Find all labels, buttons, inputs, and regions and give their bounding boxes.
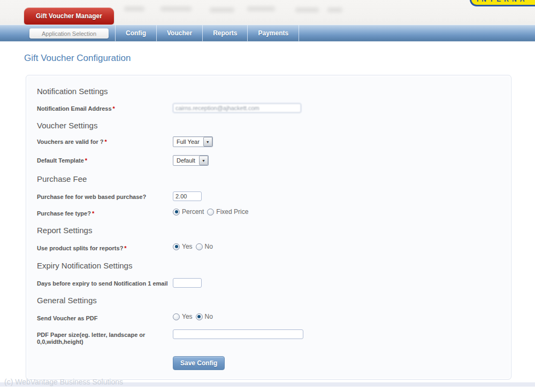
radio-unselected-icon bbox=[207, 209, 214, 216]
notification-email-label: Notification Email Address* bbox=[37, 103, 173, 112]
main-nav-bar: Application Selection Config Voucher Rep… bbox=[0, 25, 535, 42]
faded-watermark bbox=[160, 6, 192, 11]
radio-option-pdf-no-label: No bbox=[205, 313, 213, 320]
app-tab-label: Gift Voucher Manager bbox=[36, 12, 102, 20]
radio-option-splits-yes[interactable]: Yes bbox=[173, 243, 193, 250]
form-row-pdf-paper-size: PDF Paper size(eg. letter, landscape or … bbox=[37, 329, 511, 345]
radio-option-percent[interactable]: Percent bbox=[173, 208, 204, 216]
tab-config-label: Config bbox=[126, 29, 146, 37]
brand-logo-text: INTERNA bbox=[477, 0, 528, 3]
radio-unselected-icon bbox=[173, 313, 180, 320]
radio-option-splits-no-label: No bbox=[205, 243, 213, 250]
radio-option-fixed-price[interactable]: Fixed Price bbox=[207, 208, 248, 216]
required-marker: * bbox=[92, 210, 94, 217]
footer-copyright: (c) WebVantage Business Solutions bbox=[4, 378, 123, 386]
faded-watermark bbox=[295, 7, 319, 12]
dropdown-arrow-icon[interactable]: ▼ bbox=[199, 156, 208, 165]
form-row-purchase-fee-type: Purchase fee type?* Percent Fixed Price bbox=[37, 208, 511, 217]
section-heading-notification-settings: Notification Settings bbox=[37, 87, 511, 96]
form-row-vouchers-valid-for: Vouchers are valid for ?* Full Year ▼ bbox=[37, 136, 511, 147]
notification-email-input[interactable] bbox=[173, 103, 301, 113]
default-template-select[interactable]: Default ▼ bbox=[173, 155, 209, 166]
brand-logo: INTERNA bbox=[470, 0, 535, 6]
radio-option-percent-label: Percent bbox=[182, 208, 204, 216]
radio-unselected-icon bbox=[196, 243, 203, 250]
dropdown-arrow-icon[interactable]: ▼ bbox=[203, 137, 212, 147]
radio-selected-icon bbox=[196, 313, 203, 320]
section-heading-report-settings: Report Settings bbox=[37, 226, 511, 235]
tab-payments-label: Payments bbox=[258, 29, 288, 37]
purchase-fee-input[interactable] bbox=[173, 191, 202, 201]
required-marker: * bbox=[113, 105, 115, 112]
section-heading-expiry-notification-settings: Expiry Notification Settings bbox=[37, 261, 511, 271]
default-template-value: Default bbox=[177, 157, 195, 164]
form-row-default-template: Default Template* Default ▼ bbox=[37, 155, 511, 166]
vouchers-valid-for-select[interactable]: Full Year ▼ bbox=[173, 136, 213, 147]
section-heading-voucher-settings: Voucher Settings bbox=[37, 121, 511, 130]
product-splits-label: Use product splits for reports?* bbox=[37, 243, 173, 252]
form-row-send-pdf: Send Voucher as PDF Yes No bbox=[37, 313, 511, 322]
radio-option-pdf-no[interactable]: No bbox=[196, 313, 213, 320]
expiry-days-label: Days before expiry to send Notification … bbox=[37, 278, 173, 287]
purchase-fee-label: Purchase fee for web based purchase? bbox=[37, 191, 173, 201]
save-config-button[interactable]: Save Config bbox=[173, 356, 225, 370]
faded-watermark bbox=[210, 7, 234, 12]
tab-voucher[interactable]: Voucher bbox=[157, 25, 203, 41]
config-panel: Notification Settings Notification Email… bbox=[26, 75, 511, 380]
form-row-purchase-fee: Purchase fee for web based purchase? bbox=[37, 191, 511, 201]
required-marker: * bbox=[85, 157, 87, 164]
form-row-product-splits: Use product splits for reports?* Yes No bbox=[37, 243, 511, 252]
section-heading-purchase-fee: Purchase Fee bbox=[37, 174, 511, 184]
radio-selected-icon bbox=[173, 243, 180, 250]
form-row-notification-email: Notification Email Address* bbox=[37, 103, 511, 113]
required-marker: * bbox=[105, 139, 107, 145]
faded-watermark bbox=[247, 6, 275, 11]
pdf-paper-size-input[interactable] bbox=[173, 329, 303, 339]
tab-reports[interactable]: Reports bbox=[203, 25, 248, 41]
pdf-paper-size-label: PDF Paper size(eg. letter, landscape or … bbox=[37, 329, 173, 345]
radio-option-pdf-yes-label: Yes bbox=[182, 313, 193, 320]
application-selection-label: Application Selection bbox=[42, 30, 96, 37]
form-row-expiry-days: Days before expiry to send Notification … bbox=[37, 278, 511, 288]
tab-payments[interactable]: Payments bbox=[248, 25, 299, 41]
radio-selected-icon bbox=[173, 209, 180, 216]
purchase-fee-type-label: Purchase fee type?* bbox=[37, 208, 173, 217]
vouchers-valid-for-label: Vouchers are valid for ?* bbox=[37, 136, 173, 145]
tab-voucher-label: Voucher bbox=[167, 29, 192, 37]
app-tab-gift-voucher-manager[interactable]: Gift Voucher Manager bbox=[24, 7, 114, 25]
page-title: Gift Voucher Configuration bbox=[24, 53, 131, 64]
section-heading-general-settings: General Settings bbox=[37, 296, 511, 305]
nav-tabs: Config Voucher Reports Payments bbox=[115, 25, 299, 41]
faded-watermark bbox=[124, 6, 144, 11]
faded-watermark bbox=[327, 7, 342, 12]
required-marker: * bbox=[124, 245, 126, 251]
radio-option-pdf-yes[interactable]: Yes bbox=[173, 313, 193, 320]
radio-option-splits-yes-label: Yes bbox=[182, 243, 193, 250]
radio-option-fixed-price-label: Fixed Price bbox=[216, 208, 248, 216]
vouchers-valid-for-value: Full Year bbox=[177, 139, 200, 145]
radio-option-splits-no[interactable]: No bbox=[196, 243, 213, 250]
expiry-days-input[interactable] bbox=[173, 278, 202, 288]
default-template-label: Default Template* bbox=[37, 155, 173, 164]
tab-reports-label: Reports bbox=[213, 29, 237, 37]
application-selection-button[interactable]: Application Selection bbox=[29, 28, 109, 39]
tab-config[interactable]: Config bbox=[115, 25, 157, 41]
send-pdf-label: Send Voucher as PDF bbox=[37, 313, 173, 322]
